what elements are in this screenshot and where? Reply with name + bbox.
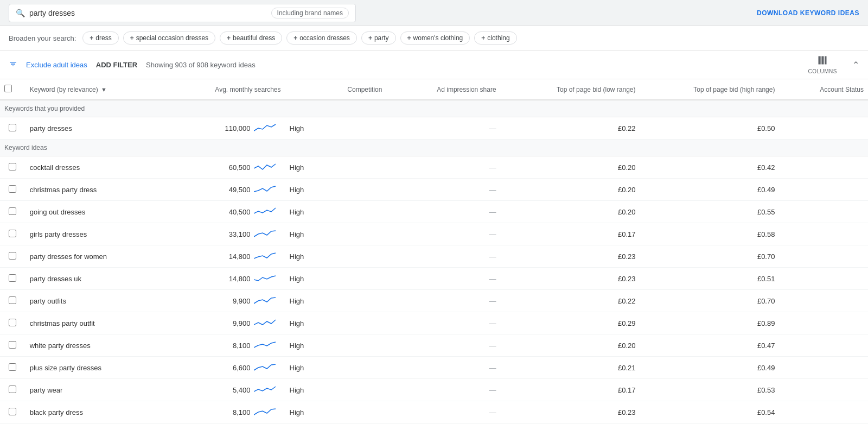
row-checkbox-cell[interactable]	[0, 201, 25, 223]
competition-cell: High	[285, 312, 387, 334]
row-checkbox[interactable]	[9, 185, 16, 193]
account-status-cell	[779, 201, 868, 223]
svg-rect-0	[819, 56, 821, 65]
row-checkbox-cell[interactable]	[0, 334, 25, 357]
keyword-cell: christmas party dress	[25, 179, 171, 201]
search-icon: 🔍	[16, 9, 25, 17]
row-checkbox[interactable]	[9, 408, 16, 415]
avg-cell: 14,800	[171, 245, 285, 268]
broaden-chip[interactable]: +special occasion dresses	[123, 31, 215, 45]
impression-cell: —	[386, 290, 500, 312]
row-checkbox[interactable]	[9, 386, 16, 393]
row-checkbox[interactable]	[9, 296, 16, 304]
row-checkbox-cell[interactable]	[0, 290, 25, 312]
bid-high-header[interactable]: Top of page bid (high range)	[640, 79, 780, 100]
row-checkbox-cell[interactable]	[0, 357, 25, 379]
avg-monthly-header[interactable]: Avg. monthly searches	[171, 79, 285, 100]
row-checkbox-cell[interactable]	[0, 312, 25, 334]
collapse-button[interactable]: ⌃	[852, 60, 859, 70]
avg-cell: 8,100	[171, 401, 285, 424]
row-checkbox[interactable]	[9, 230, 16, 237]
row-checkbox-cell[interactable]	[0, 223, 25, 245]
chip-label: special occasion dresses	[136, 34, 208, 42]
exclude-adult-button[interactable]: Exclude adult ideas	[26, 61, 87, 69]
row-checkbox-cell[interactable]	[0, 179, 25, 201]
row-checkbox[interactable]	[9, 319, 16, 326]
broaden-chip[interactable]: +dress	[82, 31, 118, 45]
row-checkbox-cell[interactable]	[0, 379, 25, 401]
account-status-cell	[779, 357, 868, 379]
keywords-table: Keyword (by relevance) ▼ Avg. monthly se…	[0, 79, 868, 424]
broaden-chip[interactable]: +women's clothing	[400, 31, 470, 45]
bid-high-cell: £0.58	[640, 223, 780, 245]
competition-cell: High	[285, 156, 387, 179]
bid-high-cell: £0.50	[640, 117, 780, 140]
row-checkbox[interactable]	[9, 124, 16, 131]
bid-low-cell: £0.20	[501, 201, 640, 223]
account-status-cell	[779, 268, 868, 290]
impression-cell: —	[386, 334, 500, 357]
bid-low-cell: £0.22	[501, 117, 640, 140]
impression-cell: —	[386, 357, 500, 379]
svg-rect-1	[822, 56, 824, 65]
columns-button[interactable]: COLUMNS	[808, 55, 837, 74]
broaden-chip[interactable]: +occasion dresses	[286, 31, 357, 45]
avg-cell: 33,100	[171, 223, 285, 245]
competition-cell: High	[285, 268, 387, 290]
chip-label: clothing	[487, 34, 509, 42]
search-query: party dresses	[29, 9, 267, 17]
account-status-header[interactable]: Account Status	[779, 79, 868, 100]
row-checkbox[interactable]	[9, 274, 16, 282]
keyword-cell: party wear	[25, 379, 171, 401]
bid-high-cell: £0.49	[640, 357, 780, 379]
bid-low-cell: £0.21	[501, 357, 640, 379]
keyword-cell: white party dresses	[25, 334, 171, 357]
download-keyword-ideas-button[interactable]: DOWNLOAD KEYWORD IDEAS	[757, 9, 859, 17]
row-checkbox[interactable]	[9, 207, 16, 215]
row-checkbox-cell[interactable]	[0, 401, 25, 424]
table-row: christmas party outfit 9,900 High — £0.2…	[0, 312, 868, 334]
row-checkbox-cell[interactable]	[0, 245, 25, 268]
search-box[interactable]: 🔍 party dresses Including brand names	[9, 4, 356, 22]
row-checkbox-cell[interactable]	[0, 156, 25, 179]
keyword-header[interactable]: Keyword (by relevance) ▼	[25, 79, 171, 100]
competition-header[interactable]: Competition	[285, 79, 387, 100]
bid-low-cell: £0.23	[501, 245, 640, 268]
table-row: girls party dresses 33,100 High — £0.17 …	[0, 223, 868, 245]
avg-cell: 9,900	[171, 290, 285, 312]
broaden-chip[interactable]: +clothing	[474, 31, 516, 45]
keyword-cell: plus size party dresses	[25, 357, 171, 379]
add-filter-button[interactable]: ADD FILTER	[96, 61, 137, 69]
competition-cell: High	[285, 117, 387, 140]
account-status-cell	[779, 290, 868, 312]
select-all-checkbox[interactable]	[4, 85, 12, 92]
row-checkbox[interactable]	[9, 252, 16, 260]
broaden-chip[interactable]: +party	[361, 31, 396, 45]
broaden-row: Broaden your search: +dress+special occa…	[0, 26, 868, 50]
chip-label: women's clothing	[413, 34, 463, 42]
bid-low-cell: £0.17	[501, 379, 640, 401]
row-checkbox-cell[interactable]	[0, 268, 25, 290]
avg-cell: 14,800	[171, 268, 285, 290]
plus-icon: +	[227, 34, 231, 42]
table-row: party dresses 110,000 High — £0.22 £0.50	[0, 117, 868, 140]
competition-cell: High	[285, 290, 387, 312]
filter-icon	[9, 60, 17, 70]
chip-label: occasion dresses	[299, 34, 350, 42]
row-checkbox[interactable]	[9, 341, 16, 349]
bid-high-cell: £0.42	[640, 156, 780, 179]
account-status-cell	[779, 312, 868, 334]
select-all-header[interactable]	[0, 79, 25, 100]
ad-impression-header[interactable]: Ad impression share	[386, 79, 500, 100]
table-row: party outfits 9,900 High — £0.22 £0.70	[0, 290, 868, 312]
broaden-chip[interactable]: +beautiful dress	[220, 31, 282, 45]
bid-low-cell: £0.29	[501, 312, 640, 334]
top-bar: 🔍 party dresses Including brand names DO…	[0, 0, 868, 26]
avg-cell: 60,500	[171, 156, 285, 179]
bid-low-header[interactable]: Top of page bid (low range)	[501, 79, 640, 100]
impression-cell: —	[386, 268, 500, 290]
row-checkbox-cell[interactable]	[0, 117, 25, 140]
row-checkbox[interactable]	[9, 363, 16, 371]
competition-cell: High	[285, 179, 387, 201]
row-checkbox[interactable]	[9, 163, 16, 170]
